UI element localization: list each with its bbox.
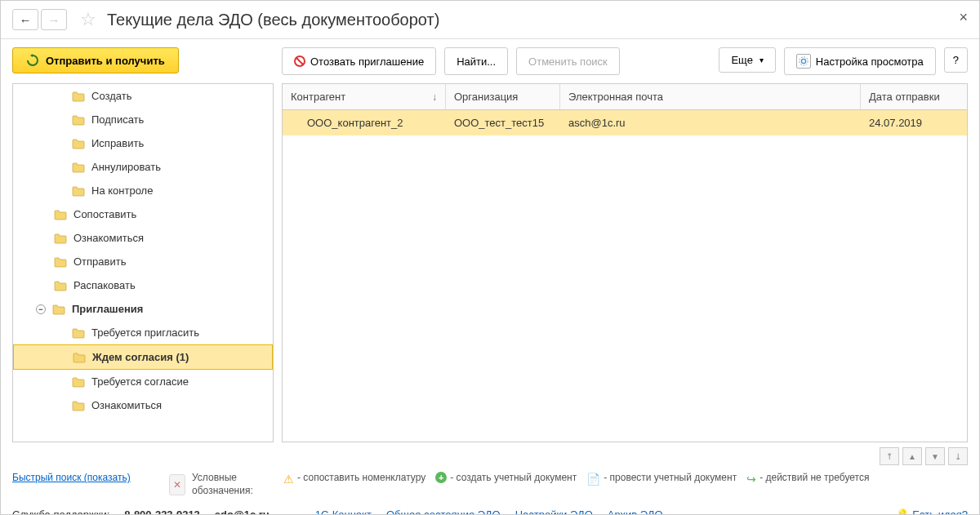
tree-item[interactable]: Ознакомиться bbox=[13, 226, 273, 250]
col-organization[interactable]: Организация bbox=[446, 84, 560, 109]
tree-item[interactable]: Аннулировать bbox=[13, 155, 273, 179]
support-email: edo@1c.ru bbox=[215, 508, 270, 515]
legend-title: Условные обозначения: bbox=[192, 472, 274, 497]
lightbulb-icon: 💡 bbox=[896, 508, 909, 515]
col-email[interactable]: Электронная почта bbox=[560, 84, 861, 109]
cell-email: asch@1c.ru bbox=[560, 110, 861, 135]
tree-item[interactable]: Ознакомиться bbox=[13, 393, 273, 417]
document-icon: 📄 bbox=[586, 472, 600, 486]
cell-date: 24.07.2019 bbox=[861, 110, 967, 135]
link-edo-archive[interactable]: Архив ЭДО bbox=[608, 508, 663, 515]
link-edo-settings[interactable]: Настройки ЭДО bbox=[515, 508, 593, 515]
toggle-hide-button[interactable]: ✕ bbox=[169, 474, 185, 495]
col-sent-date[interactable]: Дата отправки bbox=[861, 84, 967, 109]
send-receive-button[interactable]: Отправить и получить bbox=[12, 47, 179, 73]
tree-item[interactable]: −Приглашения bbox=[13, 297, 273, 321]
collapse-toggle-icon[interactable]: − bbox=[36, 304, 46, 314]
support-phone: 8-800-333-9313 bbox=[124, 508, 200, 515]
folder-icon bbox=[72, 327, 85, 339]
svg-point-2 bbox=[801, 59, 805, 63]
link-1c-connect[interactable]: 1С-Коннект bbox=[315, 508, 372, 515]
plus-icon: + bbox=[435, 472, 447, 483]
nav-up-button[interactable]: ▲ bbox=[902, 447, 922, 465]
folder-icon bbox=[73, 352, 86, 363]
cancel-icon bbox=[294, 55, 305, 67]
gear-icon bbox=[796, 54, 811, 69]
grid-panel: Контрагент ↓ Организация Электронная поч… bbox=[282, 83, 968, 442]
legend-item-create: + - создать учетный документ bbox=[435, 472, 577, 485]
tree-item[interactable]: Ждем согласия (1) bbox=[13, 344, 273, 370]
tree-item-label: Ознакомиться bbox=[74, 232, 144, 244]
chevron-down-icon: ▾ bbox=[760, 55, 764, 64]
svg-line-1 bbox=[296, 58, 303, 64]
tree-item[interactable]: На контроле bbox=[13, 179, 273, 202]
warning-icon: ⚠ bbox=[283, 472, 294, 486]
folder-icon bbox=[72, 185, 85, 197]
revoke-invite-button[interactable]: Отозвать приглашение bbox=[282, 47, 436, 75]
tree-item[interactable]: Требуется пригласить bbox=[13, 321, 273, 344]
help-label: ? bbox=[953, 54, 959, 66]
favorite-star-icon[interactable]: ☆ bbox=[76, 7, 100, 32]
support-label: Служба поддержки: bbox=[12, 508, 109, 515]
close-button[interactable]: × bbox=[959, 9, 968, 26]
help-button[interactable]: ? bbox=[944, 47, 968, 73]
folder-icon bbox=[72, 138, 85, 149]
nav-first-button[interactable]: ⤒ bbox=[880, 447, 899, 465]
tree-item[interactable]: Подписать bbox=[13, 108, 273, 131]
nav-forward-button[interactable]: → bbox=[41, 9, 67, 30]
find-button[interactable]: Найти... bbox=[444, 47, 508, 75]
tree-item-label: Распаковать bbox=[74, 279, 136, 291]
tree-item[interactable]: Создать bbox=[13, 84, 273, 108]
tree-item-label: Требуется согласие bbox=[91, 375, 189, 388]
table-row[interactable]: ООО_контрагент_2 ООО_тест_тест15 asch@1c… bbox=[283, 110, 967, 135]
tree-item-label: Создать bbox=[91, 90, 131, 102]
folder-icon bbox=[72, 376, 85, 388]
folder-icon bbox=[52, 304, 65, 315]
legend-item-noaction: ↪ - действий не требуется bbox=[746, 472, 869, 486]
page-title: Текущие дела ЭДО (весь документооборот) bbox=[107, 11, 439, 29]
tree-item[interactable]: Требуется согласие bbox=[13, 370, 273, 393]
folder-icon bbox=[72, 400, 85, 411]
more-label: Еще bbox=[731, 54, 752, 66]
tree-item-label: Отправить bbox=[74, 255, 126, 268]
link-edo-status[interactable]: Общее состояние ЭДО bbox=[386, 508, 501, 515]
tree-item-label: Приглашения bbox=[72, 303, 143, 315]
tree-item-label: Аннулировать bbox=[91, 161, 161, 173]
cell-organization: ООО_тест_тест15 bbox=[446, 110, 560, 135]
folder-icon bbox=[54, 233, 67, 244]
tree-item[interactable]: Отправить bbox=[13, 250, 273, 273]
col-counterparty[interactable]: Контрагент ↓ bbox=[283, 84, 446, 109]
grid-body[interactable]: ООО_контрагент_2 ООО_тест_тест15 asch@1c… bbox=[283, 110, 967, 442]
tree-item[interactable]: Исправить bbox=[13, 131, 273, 155]
legend-item-match: ⚠ - сопоставить номенклатуру bbox=[283, 472, 425, 486]
arrow-icon: ↪ bbox=[746, 472, 756, 486]
quick-search-link[interactable]: Быстрый поиск (показать) bbox=[12, 472, 159, 483]
nav-last-button[interactable]: ⤓ bbox=[948, 447, 968, 465]
nav-back-button[interactable]: ← bbox=[12, 9, 38, 30]
tree-item-label: Подписать bbox=[91, 113, 144, 126]
cancel-search-button: Отменить поиск bbox=[516, 47, 620, 75]
tree-item[interactable]: Сопоставить bbox=[13, 202, 273, 226]
tree-panel[interactable]: СоздатьПодписатьИсправитьАннулироватьНа … bbox=[12, 83, 274, 442]
view-settings-button[interactable]: Настройка просмотра bbox=[784, 47, 936, 75]
folder-icon bbox=[54, 256, 67, 268]
svg-point-3 bbox=[800, 57, 808, 65]
folder-icon bbox=[54, 209, 67, 220]
tree-item-label: Сопоставить bbox=[74, 208, 136, 220]
cell-counterparty: ООО_контрагент_2 bbox=[283, 110, 446, 135]
nav-down-button[interactable]: ▼ bbox=[925, 447, 945, 465]
view-settings-label: Настройка просмотра bbox=[816, 55, 924, 68]
tree-item-label: Ждем согласия (1) bbox=[92, 351, 189, 363]
folder-icon bbox=[54, 280, 67, 291]
revoke-label: Отозвать приглашение bbox=[310, 55, 424, 68]
tree-item-label: Требуется пригласить bbox=[91, 326, 199, 339]
folder-icon bbox=[72, 162, 85, 173]
folder-icon bbox=[72, 114, 85, 126]
grid-header: Контрагент ↓ Организация Электронная поч… bbox=[283, 84, 967, 110]
tree-item-label: Исправить bbox=[91, 137, 144, 149]
find-label: Найти... bbox=[457, 55, 496, 68]
idea-link[interactable]: Есть идея? bbox=[912, 508, 968, 515]
cancel-search-label: Отменить поиск bbox=[528, 55, 608, 68]
tree-item[interactable]: Распаковать bbox=[13, 273, 273, 297]
more-button[interactable]: Еще ▾ bbox=[719, 47, 775, 73]
